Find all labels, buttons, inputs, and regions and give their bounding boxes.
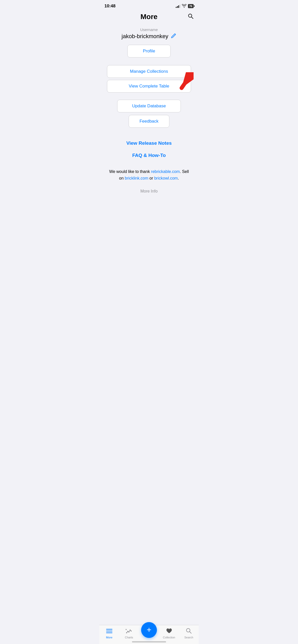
view-complete-table-button[interactable]: View Complete Table xyxy=(107,80,191,93)
profile-section: Profile xyxy=(99,45,199,57)
svg-line-1 xyxy=(192,17,193,19)
view-table-container: View Complete Table xyxy=(107,80,191,93)
status-icons: 76 xyxy=(176,4,194,8)
brickowl-link[interactable]: brickowl.com xyxy=(154,176,178,180)
battery-icon: 76 xyxy=(188,4,194,8)
search-button[interactable] xyxy=(187,13,194,21)
profile-button[interactable]: Profile xyxy=(127,45,171,57)
thanks-section: We would like to thank rebrickable.com. … xyxy=(99,166,199,186)
feedback-section: Feedback xyxy=(99,115,199,128)
more-info-text: More Info xyxy=(99,186,199,199)
page-header: More xyxy=(99,10,199,23)
bricklink-link[interactable]: bricklink.com xyxy=(125,176,148,180)
username-row: jakob-brickmonkey xyxy=(121,33,176,40)
update-database-button[interactable]: Update Database xyxy=(117,100,181,112)
feedback-button[interactable]: Feedback xyxy=(129,115,169,128)
update-database-section: Update Database xyxy=(99,100,199,112)
edit-username-icon[interactable] xyxy=(171,33,177,40)
status-bar: 10:48 76 xyxy=(99,0,199,10)
username-label: Username xyxy=(140,27,158,32)
links-section: View Release Notes FAQ & How-To xyxy=(99,135,199,166)
signal-icon xyxy=(176,4,180,8)
collections-section: Manage Collections View Complete Table xyxy=(99,65,199,93)
username-section: Username jakob-brickmonkey xyxy=(99,23,199,45)
thanks-text: We would like to thank rebrickable.com. … xyxy=(107,168,191,181)
wifi-icon xyxy=(182,4,186,8)
faq-link[interactable]: FAQ & How-To xyxy=(132,150,166,161)
manage-collections-button[interactable]: Manage Collections xyxy=(107,65,191,78)
release-notes-link[interactable]: View Release Notes xyxy=(126,138,172,149)
page-title: More xyxy=(141,13,158,21)
username-value: jakob-brickmonkey xyxy=(121,33,168,40)
status-time: 10:48 xyxy=(104,4,115,9)
rebrickable-link[interactable]: rebrickable.com xyxy=(151,169,180,174)
